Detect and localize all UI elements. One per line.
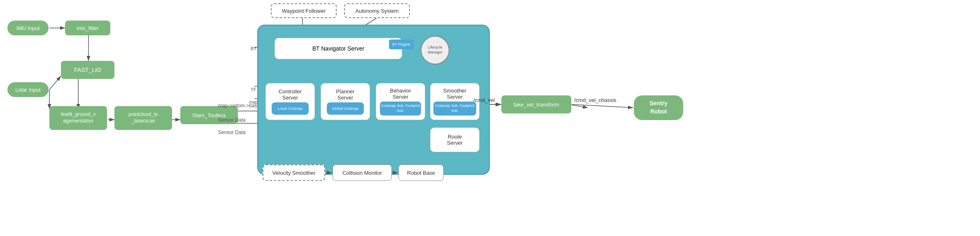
cmd-vel-label: /cmd_vel xyxy=(473,97,495,103)
map-side-label: map xyxy=(249,99,258,104)
linefit-node: linefit_ground_segementation xyxy=(49,106,107,130)
sensor-data-bottom-label: Sensor Data xyxy=(218,130,246,135)
autonomy-system-node: Autonomy System xyxy=(344,3,410,18)
lidar-input-label: Lidar Input xyxy=(15,87,40,93)
fake-vel-transform-label: fake_vel_transform xyxy=(514,102,559,108)
costmap-sub-fp1-label: Costmap Sub. Footprint Sub. xyxy=(380,104,421,113)
velocity-smoother-label: Velocity Smoother xyxy=(272,170,316,176)
smoother-server-label: SmootherServer xyxy=(443,88,466,100)
robot-base-label: Robot Base xyxy=(407,170,435,176)
linefit-label: linefit_ground_segementation xyxy=(61,111,96,124)
autonomy-system-label: Autonomy System xyxy=(355,8,399,14)
imu-filter-node: imu_filter xyxy=(65,21,110,35)
bt-navigator-label: BT Navigator Server xyxy=(312,45,365,52)
bt-side-label: BT xyxy=(251,46,256,51)
sentry-robot-label: SentryRobot xyxy=(649,99,668,116)
planner-server-box: PlannerServer Global Costmap xyxy=(321,83,370,120)
fake-vel-transform-node: fake_vel_transform xyxy=(501,95,571,113)
imu-input-label: IMU Input xyxy=(16,25,40,31)
imu-filter-label: imu_filter xyxy=(77,25,99,31)
nav2-container: BT Navigator Server BT Plugins Lifecycle… xyxy=(257,25,490,175)
local-costmap-box: Local Costmap xyxy=(272,102,309,115)
waypoint-follower-node: Waypoint Follower xyxy=(271,3,337,18)
bt-plugins-label: BT Plugins xyxy=(392,42,410,46)
lidar-input-node: Lidar Input xyxy=(7,82,49,97)
behavior-server-label: BehaviorServer xyxy=(390,88,411,100)
robot-base-node: Robot Base xyxy=(398,164,444,181)
behavior-server-box: BehaviorServer Costmap Sub. Footprint Su… xyxy=(376,83,425,120)
svg-line-39 xyxy=(572,104,633,108)
bt-plugins-box: BT Plugins xyxy=(389,39,414,49)
controller-server-label: ControllerServer xyxy=(279,88,302,101)
fast-lio-node: FAST_LIO xyxy=(61,61,114,79)
smoother-server-box: SmootherServer Costmap Sub. Footprint Su… xyxy=(430,83,480,120)
svg-line-4 xyxy=(49,76,61,90)
costmap-sub-fp2-label: Costmap Sub. Footprint Sub. xyxy=(433,104,476,113)
fast-lio-label: FAST_LIO xyxy=(74,67,101,73)
sensor-data-top-label: Sensor Data xyxy=(218,117,246,123)
lifecycle-label: LifecycleManager xyxy=(428,45,442,55)
tf-side-label: TF xyxy=(251,87,256,92)
route-server-box: RouteServer xyxy=(430,127,480,152)
planner-server-label: PlannerServer xyxy=(336,88,355,101)
controller-server-box: ControllerServer Local Costmap xyxy=(265,83,315,120)
global-costmap-label: Global Costmap xyxy=(332,106,359,111)
route-server-label: RouteServer xyxy=(447,134,463,146)
local-costmap-label: Local Costmap xyxy=(278,106,303,111)
costmap-sub-fp2-box: Costmap Sub. Footprint Sub. xyxy=(433,102,476,116)
diagram: IMU Input imu_filter FAST_LIO Lidar Inpu… xyxy=(0,0,980,236)
imu-input-node: IMU Input xyxy=(7,21,49,35)
velocity-smoother-node: Velocity Smoother xyxy=(263,164,325,181)
pointcloud-label: pointcloud_to_laserscan xyxy=(128,111,158,124)
svg-line-34 xyxy=(569,104,588,108)
collision-monitor-node: Collision Monitor xyxy=(333,164,392,181)
cmd-vel-chassis-label: /cmd_vel_chassis xyxy=(574,97,617,103)
waypoint-follower-label: Waypoint Follower xyxy=(282,8,326,14)
pointcloud-node: pointcloud_to_laserscan xyxy=(114,106,172,130)
sentry-robot-node: SentryRobot xyxy=(634,95,683,120)
bt-navigator-box: BT Navigator Server xyxy=(275,38,402,59)
collision-monitor-label: Collision Monitor xyxy=(342,170,382,176)
costmap-sub-fp1-box: Costmap Sub. Footprint Sub. xyxy=(380,102,421,116)
global-costmap-box: Global Costmap xyxy=(327,102,364,115)
lifecycle-manager: LifecycleManager xyxy=(421,36,449,65)
